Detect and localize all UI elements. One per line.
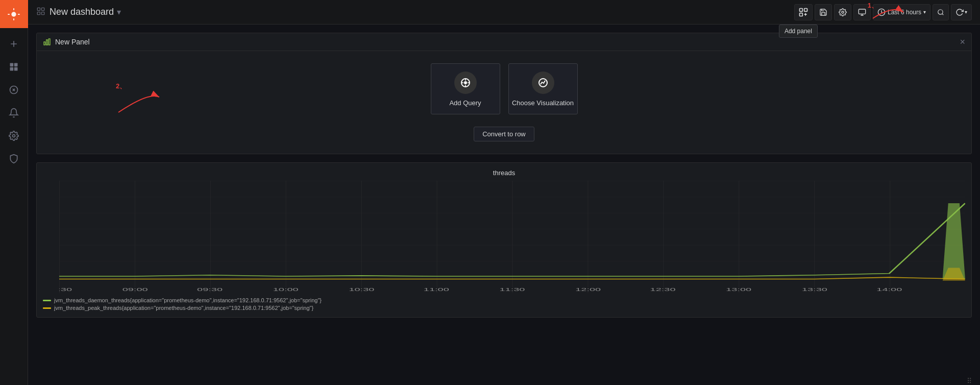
svg-text:09:00: 09:00 <box>122 286 148 292</box>
svg-rect-2 <box>10 63 14 66</box>
refresh-button[interactable]: ▾ <box>951 4 972 20</box>
svg-rect-4 <box>10 67 14 70</box>
add-panel-wrapper: Add panel <box>794 4 813 20</box>
topbar-left: New dashboard ▾ <box>36 7 121 17</box>
panel-header-icon <box>43 38 51 46</box>
main-area: New dashboard ▾ Add panel <box>28 0 980 385</box>
sidebar <box>0 0 28 385</box>
sidebar-item-add[interactable] <box>0 32 28 55</box>
add-panel-icon <box>798 7 808 17</box>
svg-point-7 <box>13 134 15 137</box>
annotation-2-label: 2、 <box>116 82 126 91</box>
dashboard-title: New dashboard ▾ <box>50 7 121 17</box>
explore-icon <box>9 85 19 95</box>
svg-rect-21 <box>46 40 48 45</box>
svg-rect-16 <box>859 9 865 14</box>
svg-text:08:30: 08:30 <box>59 286 72 292</box>
svg-text:13:00: 13:00 <box>726 286 751 292</box>
sidebar-item-shield[interactable] <box>0 147 28 170</box>
svg-rect-10 <box>37 12 40 15</box>
choose-viz-icon-wrapper <box>532 71 554 94</box>
dashboard-settings-button[interactable] <box>834 4 851 20</box>
svg-rect-8 <box>37 8 40 10</box>
svg-text:10:00: 10:00 <box>273 286 299 292</box>
choose-visualization-button[interactable]: Choose Visualization <box>508 63 578 114</box>
legend-color-0 <box>43 300 51 301</box>
new-panel: New Panel × 2、 <box>36 33 972 154</box>
plus-icon <box>9 39 19 49</box>
query-circle-icon <box>459 77 472 89</box>
sidebar-item-dashboards[interactable] <box>0 55 28 78</box>
panel-header-left: New Panel <box>43 38 90 46</box>
add-panel-button[interactable] <box>794 4 813 20</box>
topbar: New dashboard ▾ Add panel <box>28 0 980 25</box>
svg-text:09:30: 09:30 <box>197 286 223 292</box>
svg-point-1 <box>11 12 16 16</box>
chart-legend: jvm_threads_daemon_threads{application="… <box>43 297 965 311</box>
save-icon <box>819 8 827 16</box>
config-icon <box>9 131 19 141</box>
grafana-logo-icon <box>7 7 21 21</box>
svg-point-26 <box>464 81 467 84</box>
arrow-annotation-2 <box>108 77 169 117</box>
svg-rect-20 <box>44 42 45 45</box>
svg-text:14:00: 14:00 <box>876 286 902 292</box>
convert-to-row-button[interactable]: Convert to row <box>474 127 534 141</box>
chart-svg: 21 20 19 18 17 16 15 08:30 <box>59 181 965 293</box>
svg-rect-5 <box>14 67 18 70</box>
svg-rect-14 <box>799 13 802 16</box>
tv-mode-button[interactable] <box>853 4 871 20</box>
chart-title: threads <box>43 169 965 177</box>
panel-header: New Panel × <box>37 33 971 51</box>
dashboard-content: New Panel × 2、 <box>28 25 980 385</box>
svg-text:12:00: 12:00 <box>575 286 601 292</box>
panel-options-row: Add Query Choose Visualization <box>431 63 578 114</box>
svg-text:11:30: 11:30 <box>500 286 525 292</box>
svg-text:12:30: 12:30 <box>650 286 676 292</box>
svg-rect-13 <box>804 8 807 11</box>
sidebar-item-explore[interactable] <box>0 78 28 101</box>
svg-point-15 <box>842 11 844 13</box>
clock-icon <box>877 8 886 16</box>
add-query-button[interactable]: Add Query <box>431 63 500 114</box>
grafana-logo[interactable] <box>0 0 28 28</box>
gear-icon <box>839 8 847 16</box>
svg-text:11:00: 11:00 <box>424 286 449 292</box>
new-panel-body: 2、 <box>37 51 971 154</box>
svg-rect-9 <box>42 8 44 10</box>
sidebar-item-alerting[interactable] <box>0 101 28 124</box>
svg-text:13:30: 13:30 <box>802 286 827 292</box>
dashboard-dropdown-icon[interactable]: ▾ <box>117 7 121 17</box>
dashboard-grid-icon <box>36 7 45 17</box>
refresh-dropdown-icon: ▾ <box>965 9 967 15</box>
time-dropdown-icon: ▾ <box>923 9 926 15</box>
svg-rect-11 <box>42 12 44 15</box>
dashboards-icon <box>9 62 19 72</box>
chart-area: 21 20 19 18 17 16 15 08:30 <box>43 181 965 293</box>
svg-point-18 <box>938 9 943 14</box>
shield-icon <box>9 154 19 164</box>
svg-text:10:30: 10:30 <box>349 286 374 292</box>
search-icon <box>937 8 944 16</box>
sidebar-item-config[interactable] <box>0 124 28 147</box>
refresh-icon <box>955 8 964 16</box>
save-dashboard-button[interactable] <box>815 4 832 20</box>
add-query-icon-wrapper <box>454 71 477 94</box>
add-panel-tooltip: Add panel <box>779 25 818 38</box>
panel-title: New Panel <box>55 38 90 46</box>
panel-close-button[interactable]: × <box>960 37 965 46</box>
legend-item-0: jvm_threads_daemon_threads{application="… <box>43 297 965 303</box>
time-range-button[interactable]: Last 6 hours ▾ <box>873 4 930 20</box>
panel-bar-icon <box>43 38 51 46</box>
search-button[interactable] <box>933 4 949 20</box>
chart-panel: threads 21 20 19 18 17 16 <box>36 162 972 318</box>
topbar-right: Add panel Last 6 <box>794 4 972 20</box>
tv-icon <box>858 8 866 16</box>
visualization-circle-icon <box>537 77 549 89</box>
legend-color-1 <box>43 307 51 309</box>
svg-rect-3 <box>14 63 18 66</box>
legend-item-1: jvm_threads_peak_threads{application="pr… <box>43 305 965 311</box>
svg-rect-22 <box>48 39 50 45</box>
convert-row: Convert to row <box>474 127 534 141</box>
resize-handle[interactable]: ⠿ <box>967 377 972 385</box>
